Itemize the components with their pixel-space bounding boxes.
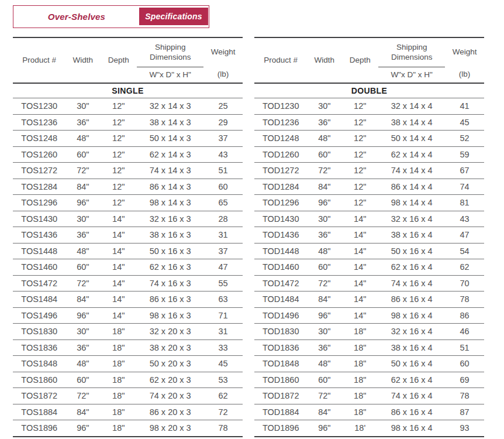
cell-width: 72" [307, 275, 341, 291]
cell-product: TOS1830 [13, 324, 65, 340]
cell-shipping: 98 x 14 x 4 [378, 195, 445, 211]
table-row: TOS1436 36" 14" 38 x 16 x 3 31 [13, 227, 243, 243]
cell-weight: 81 [445, 195, 484, 211]
cell-depth: 12" [341, 114, 378, 131]
cell-depth: 18" [341, 388, 378, 404]
cell-depth: 18" [100, 388, 137, 404]
cell-weight: 63 [203, 291, 243, 308]
table-row: TOD1460 60" 14" 62 x 16 x 4 62 [254, 259, 484, 276]
cell-product: TOD1884 [254, 404, 307, 420]
cell-product: TOD1830 [254, 324, 307, 340]
cell-depth: 14" [100, 291, 137, 308]
cell-weight: 51 [445, 339, 484, 356]
cell-product: TOS1284 [13, 179, 65, 195]
cell-shipping: 38 x 14 x 3 [137, 114, 203, 131]
cell-weight: 37 [203, 243, 243, 259]
cell-weight: 37 [203, 131, 243, 147]
cell-product: TOS1272 [13, 163, 65, 179]
cell-width: 30" [307, 324, 341, 340]
col-header-width: Width [307, 37, 341, 83]
col-header-width: Width [65, 37, 100, 83]
table-row: TOS1848 48" 18" 50 x 20 x 3 45 [13, 356, 243, 372]
cell-product: TOS1230 [13, 98, 65, 115]
cell-shipping: 86 x 16 x 4 [378, 291, 445, 308]
cell-weight: 54 [445, 243, 484, 259]
cell-width: 48" [307, 131, 341, 147]
cell-shipping: 74 x 16 x 4 [378, 275, 445, 291]
cell-depth: 18" [341, 339, 378, 356]
cell-product: TOS1448 [13, 243, 65, 259]
col-header-shipping: Shipping Dimensions [378, 37, 445, 67]
col-header-weight: Weight [445, 37, 484, 67]
table-row: TOS1872 72" 18" 74 x 20 x 3 62 [13, 388, 243, 404]
cell-depth: 12" [341, 195, 378, 211]
cell-shipping: 98 x 16 x 3 [137, 307, 203, 324]
cell-shipping: 50 x 20 x 3 [137, 356, 203, 372]
cell-depth: 12" [341, 163, 378, 179]
cell-shipping: 50 x 14 x 4 [378, 131, 445, 147]
cell-weight: 47 [203, 259, 243, 276]
cell-depth: 14" [100, 243, 137, 259]
table-row: TOD1272 72" 12" 74 x 14 x 4 67 [254, 163, 484, 179]
table-row: TOS1230 30" 12" 32 x 14 x 3 25 [13, 98, 243, 115]
cell-weight: 45 [445, 114, 484, 131]
cell-weight: 33 [203, 339, 243, 356]
col-header-shipping: Shipping Dimensions [137, 37, 203, 67]
cell-width: 96" [65, 307, 100, 324]
cell-product: TOS1460 [13, 259, 65, 276]
table-row: TOD1230 30" 12" 32 x 14 x 4 41 [254, 98, 484, 115]
cell-weight: 86 [445, 307, 484, 324]
col-header-depth: Depth [341, 37, 378, 83]
cell-weight: 70 [445, 275, 484, 291]
cell-weight: 52 [445, 131, 484, 147]
cell-depth: 12" [100, 146, 137, 163]
cell-width: 84" [65, 404, 100, 420]
table-row: TOS1296 96" 12" 98 x 14 x 3 65 [13, 195, 243, 211]
cell-width: 36" [65, 227, 100, 243]
cell-weight: 67 [445, 163, 484, 179]
table-row: TOS1484 84" 14" 86 x 16 x 3 63 [13, 291, 243, 308]
cell-shipping: 32 x 16 x 4 [378, 211, 445, 227]
cell-product: TOD1484 [254, 291, 307, 308]
table-row: TOD1830 30" 18" 32 x 16 x 4 46 [254, 324, 484, 340]
cell-shipping: 50 x 14 x 3 [137, 131, 203, 147]
cell-product: TOS1260 [13, 146, 65, 163]
cell-weight: 59 [445, 146, 484, 163]
cell-depth: 12" [100, 195, 137, 211]
table-row: TOS1260 60" 12" 62 x 14 x 3 43 [13, 146, 243, 163]
cell-weight: 71 [203, 307, 243, 324]
col-header-depth: Depth [100, 37, 137, 83]
table-row: TOD1484 84" 14" 86 x 16 x 4 78 [254, 291, 484, 308]
cell-weight: 45 [203, 356, 243, 372]
cell-width: 96" [307, 195, 341, 211]
cell-depth: 14" [341, 307, 378, 324]
cell-width: 60" [307, 372, 341, 388]
cell-shipping: 74 x 20 x 3 [137, 388, 203, 404]
section-header-single: SINGLE [13, 83, 243, 98]
cell-weight: 46 [445, 324, 484, 340]
cell-depth: 18" [341, 324, 378, 340]
cell-shipping: 62 x 14 x 3 [137, 146, 203, 163]
table-row: TOS1830 30" 18" 32 x 20 x 3 31 [13, 324, 243, 340]
cell-depth: 12" [100, 163, 137, 179]
cell-product: TOD1430 [254, 211, 307, 227]
cell-product: TOS1472 [13, 275, 65, 291]
cell-width: 96" [307, 307, 341, 324]
cell-weight: 28 [203, 211, 243, 227]
cell-depth: 18" [100, 339, 137, 356]
cell-product: TOS1430 [13, 211, 65, 227]
cell-depth: 12" [341, 131, 378, 147]
cell-width: 84" [307, 179, 341, 195]
cell-width: 48" [307, 356, 341, 372]
table-row: TOD1884 84" 18" 86 x 16 x 4 87 [254, 404, 484, 420]
cell-width: 60" [65, 372, 100, 388]
cell-shipping: 74 x 16 x 4 [378, 388, 445, 404]
cell-product: TOS1296 [13, 195, 65, 211]
cell-width: 60" [307, 146, 341, 163]
table-row: TOS1430 30" 14" 32 x 16 x 3 28 [13, 211, 243, 227]
table-row: TOD1436 36" 14" 38 x 16 x 4 47 [254, 227, 484, 243]
cell-shipping: 98 x 20 x 3 [137, 420, 203, 437]
cell-weight: 62 [445, 259, 484, 276]
cell-depth: 18" [100, 372, 137, 388]
table-row: TOD1848 48" 18" 50 x 16 x 4 60 [254, 356, 484, 372]
